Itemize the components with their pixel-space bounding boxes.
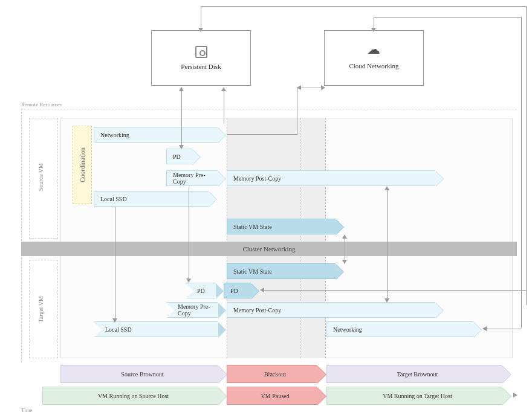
arrow-left-icon <box>260 288 264 292</box>
time-label: Time <box>21 407 33 412</box>
connector-line <box>387 187 388 301</box>
run-source-bar: VM Running on Source Host <box>42 387 218 405</box>
cloud-networking-box: Cloud Networking <box>324 30 424 86</box>
arrow-up-icon <box>384 186 389 190</box>
cluster-networking-band: Cluster Networking <box>21 242 517 256</box>
target-brownout-bar: Target Brownout <box>326 365 502 383</box>
disk-icon <box>195 46 207 58</box>
arrow-down-icon <box>186 278 191 283</box>
run-target-bar: VM Running on Target Host <box>326 387 502 405</box>
target-local-ssd-bar: Local SSD <box>94 321 218 337</box>
connector-line <box>189 187 189 281</box>
connector-line <box>374 17 521 18</box>
connector-line <box>261 290 526 291</box>
source-networking-bar: Networking <box>94 127 218 143</box>
arrow-up-icon <box>179 87 184 91</box>
arrow-down-icon <box>179 145 184 149</box>
source-local-ssd-bar: Local SSD <box>94 191 209 207</box>
source-brownout-bar: Source Brownout <box>60 365 218 383</box>
cluster-networking-label: Cluster Networking <box>242 245 295 253</box>
paused-bar: VM Paused <box>227 387 317 405</box>
target-mem-post-bar: Memory Post-Copy <box>227 302 435 318</box>
connector-line <box>224 88 224 124</box>
source-mem-pre-bar: Memory Pre-Copy <box>166 170 218 186</box>
arrow-right-icon <box>513 393 517 398</box>
arrow-right-icon <box>321 85 325 90</box>
cloud-networking-label: Cloud Networking <box>349 62 398 69</box>
arrow-down-icon <box>342 260 347 264</box>
arrow-left-icon <box>297 85 301 90</box>
target-pd2-bar: PD <box>224 283 251 298</box>
source-pd-bar: PD <box>166 149 192 164</box>
blackout-shade <box>227 118 325 358</box>
connector-line <box>201 6 526 7</box>
guide-line <box>325 118 326 358</box>
connector-line <box>521 17 522 328</box>
arrow-down-icon <box>198 28 203 32</box>
arrow-left-icon <box>482 326 487 331</box>
persistent-disk-box: Persistent Disk <box>151 30 251 86</box>
coordination-label: Coordination <box>79 147 86 182</box>
coordination-box: Coordination <box>73 126 92 204</box>
connector-line <box>484 329 521 329</box>
target-pd1-bar: PD <box>186 283 215 298</box>
connector-line <box>297 88 297 135</box>
target-networking-bar: Networking <box>326 321 473 337</box>
remote-resources-label: Remote Resources <box>21 101 62 108</box>
arrow-up-icon <box>221 87 226 91</box>
connector-line <box>115 207 115 321</box>
connector-line <box>227 134 297 135</box>
arrow-down-icon <box>371 28 376 32</box>
guide-line <box>300 118 300 358</box>
persistent-disk-label: Persistent Disk <box>181 63 221 70</box>
arrow-down-icon <box>384 298 389 303</box>
connector-line <box>201 6 201 30</box>
source-static-state-bar: Static VM State <box>227 219 336 234</box>
guide-line <box>227 118 227 358</box>
target-mem-pre-bar: Memory Pre-Copy <box>166 302 218 318</box>
source-vm-label: Source VM <box>37 163 44 191</box>
connector-line <box>526 6 527 305</box>
source-mem-post-bar: Memory Post-Copy <box>227 170 435 186</box>
arrow-down-icon <box>112 318 117 323</box>
target-vm-label: Target VM <box>37 296 44 323</box>
connector-line <box>181 88 182 148</box>
arrow-up-icon <box>342 234 347 239</box>
connector-line <box>345 236 345 262</box>
target-static-state-bar: Static VM State <box>227 263 336 279</box>
blackout-bar: Blackout <box>227 365 317 383</box>
cloud-icon <box>366 47 383 57</box>
